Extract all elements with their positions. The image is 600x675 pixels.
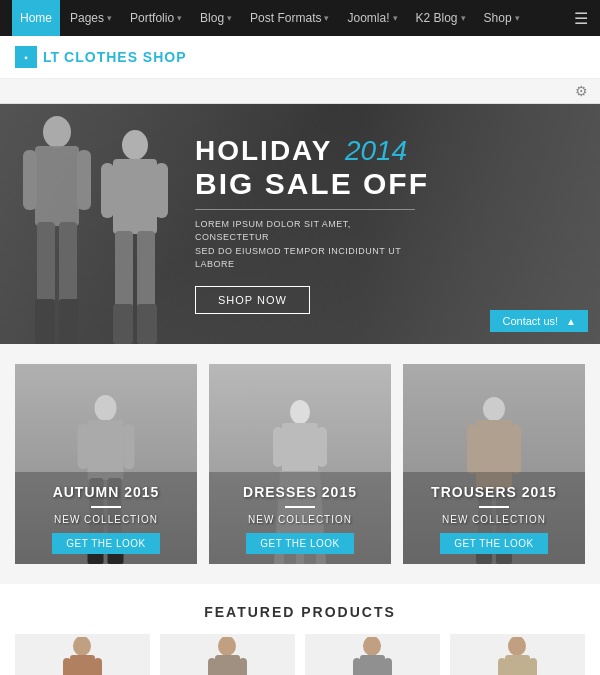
- svg-point-16: [95, 395, 117, 421]
- svg-rect-6: [35, 299, 55, 344]
- hero-sale-text: BIG SALE OFF: [195, 167, 429, 201]
- product-card-3[interactable]: [305, 634, 440, 675]
- svg-rect-26: [273, 427, 283, 467]
- collection-section: AUTUMN 2015 NEW COLLECTION GET THE LOOK …: [0, 344, 600, 584]
- nav-item-portfolio[interactable]: Portfolio ▾: [122, 0, 190, 36]
- main-navigation: Home Pages ▾ Portfolio ▾ Blog ▾ Post For…: [0, 0, 600, 36]
- svg-point-24: [290, 400, 310, 424]
- svg-rect-4: [37, 222, 55, 312]
- hero-description: LOREM IPSUM DOLOR SIT AMET, CONSECTETUR …: [195, 218, 415, 272]
- get-look-dresses-button[interactable]: GET THE LOOK: [246, 533, 354, 554]
- svg-rect-19: [124, 424, 135, 469]
- svg-rect-2: [23, 150, 37, 210]
- get-look-autumn-button[interactable]: GET THE LOOK: [52, 533, 160, 554]
- nav-item-pages[interactable]: Pages ▾: [62, 0, 120, 36]
- svg-point-0: [43, 116, 71, 148]
- card-subtitle-dresses: NEW COLLECTION: [219, 514, 381, 525]
- card-title-autumn: AUTUMN 2015: [25, 484, 187, 500]
- svg-point-57: [508, 637, 526, 656]
- hero-content: HOLIDAY 2014 BIG SALE OFF LOREM IPSUM DO…: [195, 135, 429, 314]
- svg-rect-27: [317, 427, 327, 467]
- svg-point-51: [363, 637, 381, 656]
- card-overlay-trousers: TROUSERS 2015 NEW COLLECTION GET THE LOO…: [403, 472, 585, 564]
- chevron-up-icon: ▲: [566, 316, 576, 327]
- svg-rect-53: [353, 658, 361, 676]
- hero-figure-mid: [95, 129, 175, 344]
- nav-blog-label: Blog: [200, 11, 224, 25]
- svg-rect-9: [113, 159, 157, 234]
- card-overlay-autumn: AUTUMN 2015 NEW COLLECTION GET THE LOOK: [15, 472, 197, 564]
- product-figure-3: [350, 637, 395, 676]
- hamburger-icon[interactable]: ☰: [574, 9, 588, 28]
- svg-rect-48: [239, 658, 247, 676]
- svg-rect-7: [59, 299, 79, 344]
- nav-item-home[interactable]: Home: [12, 0, 60, 36]
- svg-rect-25: [282, 423, 318, 473]
- svg-rect-34: [511, 424, 521, 474]
- nav-item-joomla[interactable]: Joomla! ▾: [339, 0, 405, 36]
- nav-portfolio-label: Portfolio: [130, 11, 174, 25]
- hero-divider: [195, 209, 415, 210]
- chevron-down-icon: ▾: [393, 13, 398, 23]
- card-subtitle-trousers: NEW COLLECTION: [413, 514, 575, 525]
- svg-rect-1: [35, 146, 79, 226]
- nav-shop-label: Shop: [484, 11, 512, 25]
- collection-card-autumn[interactable]: AUTUMN 2015 NEW COLLECTION GET THE LOOK: [15, 364, 197, 564]
- hero-headline: HOLIDAY 2014: [195, 135, 429, 167]
- svg-rect-13: [137, 231, 155, 316]
- product-figure-1: [60, 637, 105, 676]
- card-title-trousers: TROUSERS 2015: [413, 484, 575, 500]
- hero-figure-left: [15, 114, 100, 344]
- svg-rect-58: [505, 655, 530, 676]
- svg-rect-5: [59, 222, 77, 312]
- shop-now-button[interactable]: SHOP NOW: [195, 286, 310, 314]
- svg-point-45: [218, 637, 236, 656]
- svg-rect-40: [70, 655, 95, 676]
- svg-rect-59: [498, 658, 506, 676]
- get-look-trousers-button[interactable]: GET THE LOOK: [440, 533, 548, 554]
- nav-home-label: Home: [20, 11, 52, 25]
- nav-item-k2blog[interactable]: K2 Blog ▾: [408, 0, 474, 36]
- card-divider: [91, 506, 121, 508]
- svg-rect-10: [101, 163, 114, 218]
- hero-banner: HOLIDAY 2014 BIG SALE OFF LOREM IPSUM DO…: [0, 104, 600, 344]
- chevron-down-icon: ▾: [107, 13, 112, 23]
- svg-rect-33: [467, 424, 477, 474]
- chevron-down-icon: ▾: [461, 13, 466, 23]
- collection-card-dresses[interactable]: DRESSES 2015 NEW COLLECTION GET THE LOOK: [209, 364, 391, 564]
- svg-rect-42: [94, 658, 102, 676]
- collection-grid: AUTUMN 2015 NEW COLLECTION GET THE LOOK …: [15, 364, 585, 564]
- product-figure-4: [495, 637, 540, 676]
- logo-lt: LT: [43, 49, 59, 65]
- product-figure-2: [205, 637, 250, 676]
- svg-rect-60: [529, 658, 537, 676]
- gear-icon[interactable]: ⚙: [575, 83, 588, 99]
- svg-rect-52: [360, 655, 385, 676]
- product-card-2[interactable]: [160, 634, 295, 675]
- logo-text: CLOTHES SHOP: [64, 49, 186, 65]
- nav-links: Home Pages ▾ Portfolio ▾ Blog ▾ Post For…: [12, 0, 528, 36]
- nav-item-shop[interactable]: Shop ▾: [476, 0, 528, 36]
- product-card-4[interactable]: [450, 634, 585, 675]
- svg-rect-41: [63, 658, 71, 676]
- chevron-down-icon: ▾: [227, 13, 232, 23]
- product-card-1[interactable]: [15, 634, 150, 675]
- card-subtitle-autumn: NEW COLLECTION: [25, 514, 187, 525]
- collection-card-trousers[interactable]: TROUSERS 2015 NEW COLLECTION GET THE LOO…: [403, 364, 585, 564]
- featured-title: FEATURED PRODUCTS: [15, 604, 585, 620]
- svg-rect-11: [155, 163, 168, 218]
- svg-rect-3: [77, 150, 91, 210]
- svg-point-39: [73, 637, 91, 656]
- card-title-dresses: DRESSES 2015: [219, 484, 381, 500]
- chevron-down-icon: ▾: [515, 13, 520, 23]
- nav-post-formats-label: Post Formats: [250, 11, 321, 25]
- products-grid: [15, 634, 585, 675]
- contact-button[interactable]: Contact us! ▲: [490, 310, 588, 332]
- chevron-down-icon: ▾: [177, 13, 182, 23]
- nav-item-post-formats[interactable]: Post Formats ▾: [242, 0, 337, 36]
- nav-item-blog[interactable]: Blog ▾: [192, 0, 240, 36]
- hero-year-text: 2014: [345, 135, 407, 166]
- card-divider: [285, 506, 315, 508]
- logo-box: ▪: [15, 46, 37, 68]
- svg-rect-46: [215, 655, 240, 676]
